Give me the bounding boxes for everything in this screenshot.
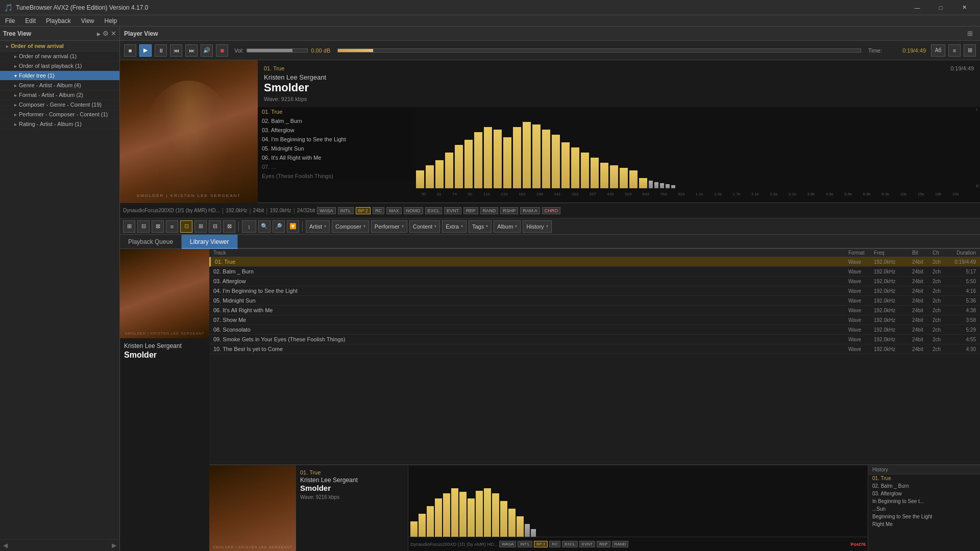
- album-dropdown[interactable]: Album ▾: [494, 220, 521, 233]
- mini-track-right-me[interactable]: Right Me: [868, 520, 980, 528]
- zoom-button[interactable]: 🔎: [273, 220, 285, 233]
- overlay-track-3[interactable]: 03. Afterglow: [258, 126, 416, 135]
- track-row-6[interactable]: 06. It's All Right with Me Wave 192.0kHz…: [209, 306, 980, 315]
- stop-button[interactable]: ■: [124, 44, 136, 57]
- menu-view[interactable]: View: [76, 15, 100, 27]
- tree-item-order-new-arrival[interactable]: ▸ Order of new arrival (1): [0, 52, 119, 61]
- progress-bar[interactable]: [337, 48, 861, 53]
- overlay-track-1[interactable]: 01. True: [258, 107, 416, 116]
- mini-badge-rand[interactable]: RAND: [612, 541, 629, 547]
- tree-section-new-arrival[interactable]: ▸ Order of new arrival: [0, 41, 119, 52]
- dsp-badge-intl[interactable]: INT:L: [338, 207, 354, 214]
- tags-dropdown[interactable]: Tags ▾: [469, 220, 492, 233]
- track-row-5[interactable]: 05. Midnight Sun Wave 192.0kHz 24bit 2ch…: [209, 296, 980, 306]
- mini-track-3[interactable]: 03. Afterglow: [868, 490, 980, 497]
- next-button[interactable]: ⏭: [185, 44, 198, 57]
- mini-badge-evnt[interactable]: EVNT: [579, 541, 595, 547]
- play-button[interactable]: ▶: [139, 44, 152, 57]
- dsp-badge-rama[interactable]: RAM:A: [520, 207, 540, 214]
- tree-item-order-last-playback[interactable]: ▸ Order of last playback (1): [0, 61, 119, 71]
- tree-item-composer-genre-content[interactable]: ▸ Composer - Genre - Content (19): [0, 100, 119, 110]
- view-btn-2[interactable]: ⊟: [137, 220, 150, 233]
- mini-track-4[interactable]: In Beginning to See t...: [868, 497, 980, 505]
- mini-track-1[interactable]: 01. True: [868, 474, 980, 482]
- track-row-1[interactable]: 01. True Wave 192.0kHz 24bit 2ch 0:19/4:…: [209, 257, 980, 267]
- view-mode-2[interactable]: ⊞: [964, 44, 976, 57]
- nav-left-icon[interactable]: ◀: [3, 542, 8, 549]
- performer-dropdown[interactable]: Performer ▾: [371, 220, 407, 233]
- mini-badge-wasa[interactable]: WASA: [499, 541, 516, 547]
- menu-playback[interactable]: Playback: [41, 15, 76, 27]
- mini-track-beginning[interactable]: Beginning to See the Light: [868, 513, 980, 520]
- tab-playback-queue[interactable]: Playback Queue: [120, 235, 182, 249]
- view-btn-1[interactable]: ⊞: [123, 220, 135, 233]
- pause-button[interactable]: ⏸: [155, 44, 167, 57]
- mini-badge-excl[interactable]: EXCL: [562, 541, 578, 547]
- track-row-2[interactable]: 02. Balm _ Burn Wave 192.0kHz 24bit 2ch …: [209, 267, 980, 277]
- eq-button[interactable]: Aб: [931, 44, 945, 57]
- view-btn-5[interactable]: ⊡: [180, 220, 192, 233]
- prev-button[interactable]: ⏮: [170, 44, 182, 57]
- dsp-badge-rep[interactable]: REP: [463, 207, 478, 214]
- mini-track-5[interactable]: ...Sun: [868, 505, 980, 513]
- dsp-badge-rc[interactable]: RC: [373, 207, 384, 214]
- tree-item-folder-tree[interactable]: ▾ Folder tree (1): [0, 71, 119, 81]
- view-btn-4[interactable]: ≡: [166, 220, 178, 233]
- mini-badge-bp2[interactable]: BP:2: [534, 541, 548, 547]
- minimize-button[interactable]: —: [905, 0, 929, 15]
- rec-button[interactable]: ⏺: [216, 44, 228, 57]
- mini-badge-intl[interactable]: INT:L: [518, 541, 532, 547]
- overlay-track-8[interactable]: Eyes (These Foolish Things): [258, 171, 416, 181]
- dsp-badge-rshp[interactable]: RSHP: [500, 207, 518, 214]
- mute-button[interactable]: 🔊: [201, 44, 213, 57]
- view-btn-7[interactable]: ⊟: [209, 220, 221, 233]
- mini-badge-rep[interactable]: REP: [597, 541, 610, 547]
- track-row-8[interactable]: 08. Sconsolato Wave 192.0kHz 24bit 2ch 5…: [209, 325, 980, 335]
- extra-dropdown[interactable]: Extra ▾: [442, 220, 467, 233]
- overlay-track-5[interactable]: 05. Midnight Sun: [258, 144, 416, 153]
- view-mode-1[interactable]: ≡: [948, 44, 961, 57]
- overlay-track-6[interactable]: 06. It's All Right with Me: [258, 153, 416, 162]
- nav-right-icon[interactable]: ▶: [112, 542, 116, 549]
- maximize-button[interactable]: □: [929, 0, 952, 15]
- tree-item-genre-artist-album[interactable]: ▸ Genre - Artist - Album (4): [0, 81, 119, 90]
- close-button[interactable]: ✕: [952, 0, 976, 15]
- tree-item-rating-artist-album[interactable]: ▸ Rating - Artist - Album (1): [0, 119, 119, 129]
- overlay-track-7[interactable]: 07. ...: [258, 162, 416, 171]
- dsp-badge-excl[interactable]: EXCL: [425, 207, 443, 214]
- view-btn-8[interactable]: ⊠: [223, 220, 235, 233]
- view-btn-3[interactable]: ⊠: [152, 220, 164, 233]
- menu-edit[interactable]: Edit: [20, 15, 41, 27]
- tree-item-format-artist-album[interactable]: ▸ Format - Artist - Album (2): [0, 90, 119, 100]
- panel-expand-icon[interactable]: ⊞: [967, 30, 973, 37]
- track-row-10[interactable]: 10. The Best Is yet to Come Wave 192.0kH…: [209, 344, 980, 354]
- overlay-track-4[interactable]: 04. I'm Beginning to See the Light: [258, 135, 416, 144]
- dsp-badge-nomo[interactable]: NOMO: [404, 207, 423, 214]
- track-row-3[interactable]: 03. Afterglow Wave 192.0kHz 24bit 2ch 5:…: [209, 277, 980, 286]
- tab-library-viewer[interactable]: Library Viewer: [182, 235, 237, 249]
- dsp-badge-bp2[interactable]: BP:2: [356, 207, 371, 214]
- composer-dropdown[interactable]: Composer ▾: [332, 220, 369, 233]
- track-row-7[interactable]: 07. Show Me Wave 192.0kHz 24bit 2ch 3:58: [209, 315, 980, 325]
- overlay-track-2[interactable]: 02. Balm _ Burn: [258, 116, 416, 126]
- menu-file[interactable]: File: [0, 15, 20, 27]
- content-dropdown[interactable]: Content ▾: [409, 220, 440, 233]
- history-dropdown[interactable]: History ▾: [523, 220, 551, 233]
- mini-badge-rc[interactable]: RC: [549, 541, 560, 547]
- artist-dropdown[interactable]: Artist ▾: [306, 220, 330, 233]
- dsp-badge-wasa[interactable]: WASA: [317, 207, 335, 214]
- search-button[interactable]: 🔍: [258, 220, 271, 233]
- view-btn-6[interactable]: ⊞: [194, 220, 207, 233]
- dsp-badge-chro[interactable]: CHRO: [542, 207, 561, 214]
- tree-item-performer-composer-content[interactable]: ▸ Performer - Composer - Content (1): [0, 110, 119, 119]
- panel-close-icon[interactable]: ✕: [111, 30, 116, 37]
- dsp-badge-rand[interactable]: RAND: [480, 207, 499, 214]
- dsp-badge-evnt[interactable]: EVNT: [444, 207, 461, 214]
- panel-menu-icon[interactable]: ▸: [97, 30, 101, 38]
- volume-bar[interactable]: [247, 48, 308, 53]
- filter-button[interactable]: 🔽: [287, 220, 299, 233]
- sort-button[interactable]: ↕: [242, 220, 256, 233]
- menu-help[interactable]: Help: [100, 15, 122, 27]
- mini-track-2[interactable]: 02. Balm _ Burn: [868, 482, 980, 490]
- panel-settings-icon[interactable]: ⚙: [103, 30, 109, 37]
